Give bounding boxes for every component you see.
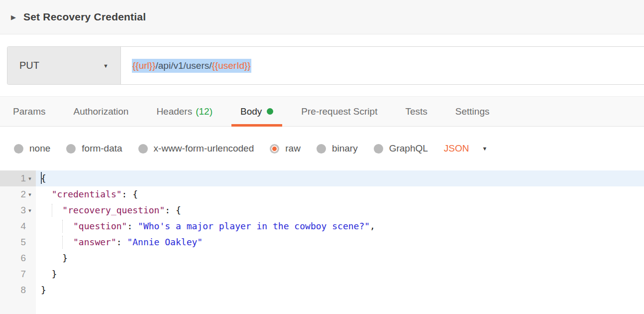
gutter-cell: 6 bbox=[0, 250, 36, 266]
json-punct bbox=[41, 237, 73, 247]
body-type-none[interactable]: none bbox=[14, 143, 50, 154]
postman-request-panel: ▶ Set Recovery Credential PUT ▼ {{url}}/… bbox=[0, 0, 644, 314]
tab-headers[interactable]: Headers(12) bbox=[147, 97, 221, 126]
line-number: 4 bbox=[20, 221, 26, 232]
indent-guide bbox=[52, 204, 52, 217]
json-punct: } bbox=[41, 285, 46, 295]
url-selected-text: {{url}}/api/v1/users/{{userId}} bbox=[132, 59, 251, 73]
request-title: Set Recovery Credential bbox=[23, 11, 146, 23]
code-text: { bbox=[36, 170, 644, 186]
tab-label: Headers bbox=[156, 106, 192, 117]
tab-params[interactable]: Params bbox=[4, 97, 54, 126]
url-variable: {{userId}} bbox=[212, 60, 251, 71]
tab-tests[interactable]: Tests bbox=[396, 97, 436, 126]
body-type-label: none bbox=[29, 143, 50, 154]
tab-label: Body bbox=[240, 106, 262, 117]
json-punct: : bbox=[127, 221, 138, 231]
json-punct: } bbox=[41, 269, 57, 279]
body-type-label: binary bbox=[332, 143, 358, 154]
tab-authorization[interactable]: Authorization bbox=[64, 97, 137, 126]
tab-label: Settings bbox=[455, 106, 490, 117]
code-line[interactable]: 8} bbox=[0, 282, 644, 298]
code-line[interactable]: 1▾{ bbox=[0, 170, 644, 186]
body-type-selector: noneform-datax-www-form-urlencodedrawbin… bbox=[0, 127, 644, 170]
collapse-triangle-icon[interactable]: ▶ bbox=[11, 13, 16, 21]
fold-caret-icon[interactable]: ▾ bbox=[26, 207, 34, 214]
code-text: } bbox=[36, 250, 644, 266]
body-type-label: GraphQL bbox=[389, 143, 428, 154]
tab-label: Authorization bbox=[73, 106, 128, 117]
code-text: } bbox=[36, 266, 644, 282]
json-punct: { bbox=[176, 205, 181, 215]
json-string: "Annie Oakley" bbox=[127, 237, 203, 247]
json-punct: : bbox=[116, 237, 127, 247]
code-text: "question": "Who's a major player in the… bbox=[36, 218, 644, 234]
radio-icon bbox=[14, 144, 23, 154]
line-number: 6 bbox=[20, 253, 26, 264]
body-editor[interactable]: 1▾{2▾ "credentials": {3▾ "recovery_quest… bbox=[0, 170, 644, 314]
json-punct: } bbox=[41, 253, 68, 263]
code-line[interactable]: 7 } bbox=[0, 266, 644, 282]
request-url-row: PUT ▼ {{url}}/api/v1/users/{{userId}} bbox=[0, 34, 644, 96]
gutter-cell: 5 bbox=[0, 234, 36, 250]
fold-caret-icon[interactable]: ▾ bbox=[26, 191, 34, 198]
body-type-graphql[interactable]: GraphQL bbox=[374, 143, 428, 154]
line-number: 3 bbox=[20, 205, 26, 216]
fold-caret-icon[interactable]: ▾ bbox=[26, 175, 34, 182]
gutter-cell: 1▾ bbox=[0, 170, 36, 186]
json-punct: , bbox=[370, 221, 375, 231]
code-line[interactable]: 4 "question": "Who's a major player in t… bbox=[0, 218, 644, 234]
url-path: /api/v1/users/ bbox=[156, 60, 212, 71]
radio-icon bbox=[374, 144, 383, 154]
line-number: 8 bbox=[20, 285, 26, 296]
code-line[interactable]: 3▾ "recovery_question": { bbox=[0, 202, 644, 218]
tab-label: Tests bbox=[405, 106, 427, 117]
format-value: JSON bbox=[444, 143, 469, 154]
json-key: "credentials" bbox=[52, 189, 122, 199]
line-number: 7 bbox=[20, 269, 26, 280]
body-type-raw[interactable]: raw bbox=[270, 143, 301, 154]
radio-icon bbox=[317, 144, 326, 154]
tab-pre-request-script[interactable]: Pre-request Script bbox=[292, 97, 386, 126]
indent-guide bbox=[62, 236, 63, 249]
radio-icon bbox=[270, 144, 279, 154]
json-punct: : bbox=[122, 189, 133, 199]
tab-label: Params bbox=[13, 106, 45, 117]
json-punct: { bbox=[132, 189, 138, 199]
radio-icon bbox=[66, 144, 76, 154]
code-line[interactable]: 2▾ "credentials": { bbox=[0, 186, 644, 202]
body-type-binary[interactable]: binary bbox=[317, 143, 358, 154]
gutter-cell: 7 bbox=[0, 266, 36, 282]
json-punct bbox=[41, 221, 73, 231]
line-number: 1 bbox=[20, 173, 26, 184]
gutter-cell: 8 bbox=[0, 282, 36, 298]
code-lines: 1▾{2▾ "credentials": {3▾ "recovery_quest… bbox=[0, 170, 644, 298]
line-number: 5 bbox=[20, 237, 26, 248]
code-line[interactable]: 6 } bbox=[0, 250, 644, 266]
url-variable: {{url}} bbox=[132, 60, 156, 71]
indent-guide bbox=[62, 220, 63, 233]
tab-settings[interactable]: Settings bbox=[446, 97, 499, 126]
code-text: "credentials": { bbox=[36, 186, 644, 202]
code-text: "answer": "Annie Oakley" bbox=[36, 234, 644, 250]
method-dropdown[interactable]: PUT ▼ bbox=[7, 47, 121, 84]
gutter-cell: 4 bbox=[0, 218, 36, 234]
body-type-label: x-www-form-urlencoded bbox=[154, 143, 254, 154]
body-type-x-www-form-urlencoded[interactable]: x-www-form-urlencoded bbox=[138, 143, 254, 154]
format-dropdown[interactable]: JSON▼ bbox=[444, 143, 488, 154]
json-key: "recovery_question" bbox=[62, 205, 165, 215]
request-tabs: ParamsAuthorizationHeaders(12)BodyPre-re… bbox=[0, 96, 644, 127]
method-value: PUT bbox=[19, 60, 39, 71]
tab-body[interactable]: Body bbox=[231, 97, 282, 126]
code-line[interactable]: 5 "answer": "Annie Oakley" bbox=[0, 234, 644, 250]
json-punct bbox=[41, 189, 52, 199]
chevron-down-icon: ▼ bbox=[482, 146, 487, 152]
json-string: "Who's a major player in the cowboy scen… bbox=[138, 221, 370, 231]
json-key: "answer" bbox=[73, 237, 116, 247]
radio-icon bbox=[138, 144, 148, 154]
body-filled-dot-icon bbox=[267, 108, 273, 115]
chevron-down-icon: ▼ bbox=[103, 63, 108, 69]
request-bar: PUT ▼ {{url}}/api/v1/users/{{userId}} bbox=[7, 46, 644, 85]
body-type-form-data[interactable]: form-data bbox=[66, 143, 122, 154]
url-input[interactable]: {{url}}/api/v1/users/{{userId}} bbox=[121, 47, 644, 84]
